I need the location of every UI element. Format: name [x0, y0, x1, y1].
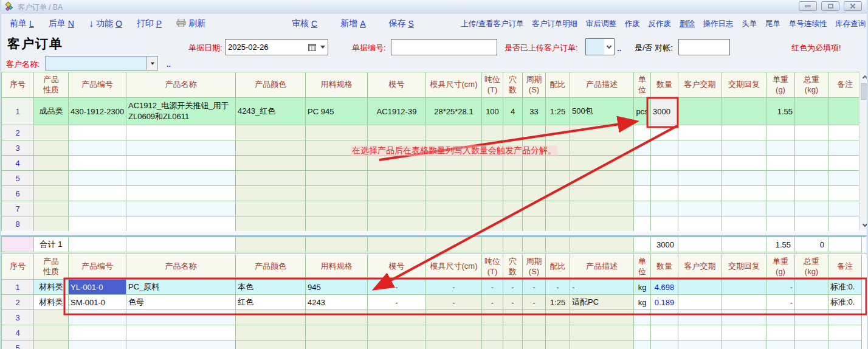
row-number-cell[interactable]: 4: [2, 325, 34, 340]
grid-cell[interactable]: [828, 125, 859, 140]
last-order-link[interactable]: 尾单: [765, 19, 780, 29]
grid-cell[interactable]: 标准:0.: [828, 280, 862, 295]
grid-cell[interactable]: [34, 125, 69, 140]
grid-cell[interactable]: [126, 156, 236, 171]
grid-cell[interactable]: [722, 171, 766, 186]
grid-cell[interactable]: [722, 237, 766, 252]
grid-cell[interactable]: [503, 325, 523, 340]
grid-cell[interactable]: [766, 156, 795, 171]
grid-cell[interactable]: [69, 201, 126, 216]
grid-cell[interactable]: [722, 156, 766, 171]
grid-cell[interactable]: [546, 237, 570, 252]
grid-cell[interactable]: PC 945: [306, 98, 368, 125]
grid-cell[interactable]: [69, 340, 126, 349]
function-menu-button[interactable]: ↓功能O: [89, 18, 122, 29]
grid-cell[interactable]: [546, 125, 570, 140]
grid-cell[interactable]: [828, 340, 862, 349]
unvoid-link[interactable]: 反作废: [648, 19, 671, 29]
grid-cell[interactable]: [570, 325, 634, 340]
grid-cell[interactable]: [368, 340, 426, 349]
grid-cell[interactable]: [482, 140, 503, 156]
grid-cell[interactable]: [126, 201, 236, 216]
grid-cell[interactable]: [722, 310, 766, 325]
grid-cell[interactable]: [828, 98, 859, 125]
grid-cell[interactable]: [795, 171, 828, 186]
grid-cell[interactable]: [828, 156, 859, 171]
grid-cell[interactable]: [678, 237, 722, 252]
row-number-cell[interactable]: 5: [2, 340, 34, 349]
grid-cell[interactable]: [678, 216, 722, 232]
grid-cell[interactable]: [766, 125, 795, 140]
grid-cell[interactable]: [795, 340, 828, 349]
grid-cell[interactable]: 1.55: [766, 98, 795, 125]
grid-cell[interactable]: [69, 310, 126, 325]
grid-cell[interactable]: [651, 340, 678, 349]
grid-cell[interactable]: [306, 325, 368, 340]
grid-cell[interactable]: [306, 125, 368, 140]
grid-cell[interactable]: [634, 186, 651, 201]
grid-cell[interactable]: [546, 340, 570, 349]
grid-cell[interactable]: [306, 201, 368, 216]
grid-cell[interactable]: [678, 340, 722, 349]
grid-cell[interactable]: -: [766, 280, 795, 295]
grid-cell[interactable]: [546, 201, 570, 216]
grid-cell[interactable]: [523, 310, 546, 325]
grid-cell[interactable]: [651, 201, 678, 216]
grid-cell[interactable]: [678, 171, 722, 186]
grid-cell[interactable]: [503, 310, 523, 325]
grid-cell[interactable]: [368, 140, 426, 156]
grid-cell[interactable]: 500包: [570, 98, 634, 125]
restore-button[interactable]: [821, 1, 839, 11]
grid-cell[interactable]: [766, 201, 795, 216]
grid-cell[interactable]: [126, 140, 236, 156]
grid-cell[interactable]: [126, 125, 236, 140]
grid-cell[interactable]: [368, 237, 426, 252]
grid-cell[interactable]: [651, 171, 678, 186]
grid-cell[interactable]: -: [426, 280, 482, 295]
grid-cell[interactable]: kg: [634, 295, 651, 310]
grid-cell[interactable]: [651, 325, 678, 340]
grid-cell[interactable]: [482, 216, 503, 232]
delete-link[interactable]: 删除: [680, 19, 695, 29]
row-number-cell[interactable]: 3: [2, 140, 34, 156]
post-audit-adjust-link[interactable]: 审后调整: [586, 19, 616, 29]
grid-cell[interactable]: 4.698: [651, 280, 678, 295]
grid-cell[interactable]: [722, 295, 766, 310]
grid-cell[interactable]: [634, 340, 651, 349]
grid-cell[interactable]: [828, 325, 862, 340]
grid-cell[interactable]: [570, 186, 634, 201]
grid-cell[interactable]: 本色: [236, 280, 306, 295]
grid-cell[interactable]: [368, 216, 426, 232]
grid-cell[interactable]: [795, 186, 828, 201]
grid-cell[interactable]: [678, 186, 722, 201]
row-number-cell[interactable]: 2: [2, 125, 34, 140]
prev-order-button[interactable]: 前单L: [10, 18, 34, 29]
grid-cell[interactable]: kg: [634, 280, 651, 295]
grid-cell[interactable]: [546, 325, 570, 340]
grid-cell[interactable]: 1:25: [546, 98, 570, 125]
grid-cell[interactable]: 1:25: [546, 295, 570, 310]
grid-cell[interactable]: 3000: [651, 237, 678, 252]
grid-cell[interactable]: [34, 186, 69, 201]
grid-cell[interactable]: [546, 186, 570, 201]
grid-cell[interactable]: [634, 310, 651, 325]
grid-cell[interactable]: [523, 171, 546, 186]
grid-cell[interactable]: [69, 171, 126, 186]
grid-cell[interactable]: [503, 340, 523, 349]
grid-cell[interactable]: [126, 216, 236, 232]
grid-cell[interactable]: [426, 325, 482, 340]
grid-cell[interactable]: -: [503, 280, 523, 295]
grid-cell[interactable]: [634, 201, 651, 216]
void-link[interactable]: 作废: [625, 19, 640, 29]
grid-cell[interactable]: [634, 156, 651, 171]
grid-cell[interactable]: [570, 201, 634, 216]
grid-cell[interactable]: [503, 201, 523, 216]
grid-cell[interactable]: SM-001-0: [69, 295, 126, 310]
grid-cell[interactable]: 0: [795, 237, 828, 252]
grid-cell[interactable]: [766, 340, 795, 349]
grid-cell[interactable]: 色母: [126, 295, 236, 310]
grid-cell[interactable]: [523, 216, 546, 232]
grid-cell[interactable]: [828, 216, 859, 232]
grid-cell[interactable]: [523, 140, 546, 156]
grid-cell[interactable]: 标准:0.: [828, 295, 862, 310]
